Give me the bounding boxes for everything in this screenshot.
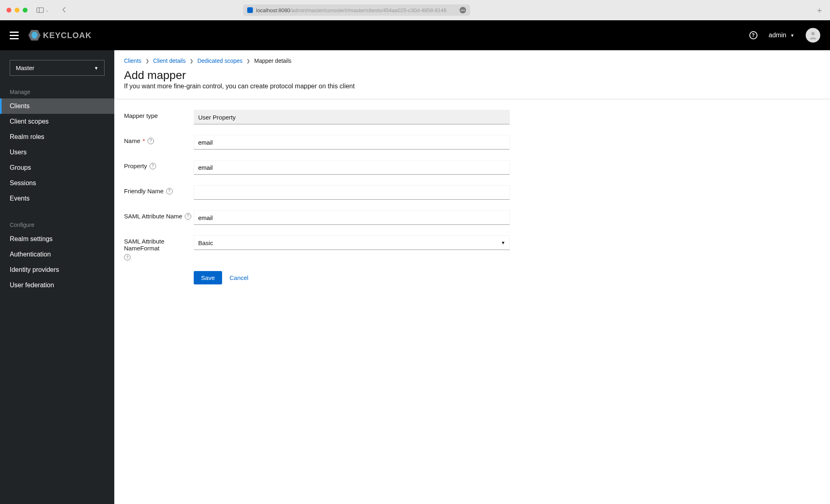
user-menu[interactable]: admin ▼ [769,32,794,39]
sidebar-item-identity-providers[interactable]: Identity providers [0,262,114,278]
brand-logo[interactable]: KEYCLOAK [28,30,92,41]
new-tab-button[interactable]: ＋ [815,5,824,16]
sidebar-item-sessions[interactable]: Sessions [0,175,114,191]
sidebar-section-label: Manage [0,85,114,98]
caret-down-icon: ▼ [94,66,98,70]
select-value: Basic [198,239,213,246]
sidebar-item-groups[interactable]: Groups [0,160,114,175]
property-input[interactable] [194,160,510,175]
browser-chrome: ⌄ localhost:8080/admin/master/console/#/… [0,0,830,20]
username-label: admin [769,32,787,39]
window-controls [6,8,28,13]
caret-down-icon: ▼ [501,240,505,245]
sidebar-toggle-button[interactable]: ⌄ [36,7,49,13]
help-icon[interactable]: ? [185,213,191,220]
help-icon[interactable]: ? [150,163,156,169]
page-title: Add mapper [114,67,830,82]
breadcrumb-current: Mapper details [254,58,291,64]
friendly-name-input[interactable] [194,185,510,200]
label-saml-attr-format: SAML Attribute NameFormat [124,238,194,252]
keycloak-logo-icon [28,30,41,41]
label-mapper-type: Mapper type [124,112,158,119]
window-close-button[interactable] [6,8,11,13]
mapper-form: Mapper type User Property Name * ? [114,99,520,295]
saml-attribute-name-input[interactable] [194,210,510,225]
caret-down-icon: ▼ [790,33,794,38]
realm-name: Master [16,64,34,71]
brand-name: KEYCLOAK [43,31,92,40]
label-saml-attr-name: SAML Attribute Name [124,213,182,220]
label-friendly-name: Friendly Name [124,188,164,194]
cancel-button[interactable]: Cancel [229,274,248,281]
sidebar-item-user-federation[interactable]: User federation [0,278,114,293]
sidebar-item-authentication[interactable]: Authentication [0,247,114,262]
svg-point-4 [811,32,815,35]
label-name: Name [124,137,140,144]
saml-attribute-format-select[interactable]: Basic ▼ [194,235,510,250]
required-indicator: * [143,137,145,144]
save-button[interactable]: Save [194,271,222,284]
breadcrumb-link-clients[interactable]: Clients [124,58,141,64]
sidebar-nav: Master ▼ Manage Clients Client scopes Re… [0,50,114,504]
chevron-down-icon: ⌄ [45,8,49,13]
breadcrumb: Clients ❯ Client details ❯ Dedicated sco… [114,50,830,67]
chevron-right-icon: ❯ [190,58,193,64]
nav-toggle-button[interactable] [10,32,19,39]
help-icon[interactable]: ? [166,188,173,194]
window-minimize-button[interactable] [15,8,19,13]
help-icon[interactable]: ? [148,138,154,144]
svg-rect-0 [37,8,44,13]
realm-selector[interactable]: Master ▼ [10,60,105,76]
more-icon[interactable]: ••• [460,7,466,13]
name-input[interactable] [194,135,510,149]
sidebar-item-realm-roles[interactable]: Realm roles [0,129,114,145]
sidebar-section-label: Configure [0,218,114,231]
sidebar-item-realm-settings[interactable]: Realm settings [0,231,114,247]
breadcrumb-link-client-details[interactable]: Client details [153,58,186,64]
sidebar-item-clients[interactable]: Clients [0,98,114,114]
label-property: Property [124,162,147,169]
browser-back-button[interactable] [61,6,68,14]
help-icon[interactable]: ? [124,254,130,261]
mapper-type-field: User Property [194,110,510,124]
site-favicon-icon [247,7,253,13]
page-subtitle: If you want more fine-grain control, you… [114,82,830,99]
main-content: Clients ❯ Client details ❯ Dedicated sco… [114,50,830,504]
breadcrumb-link-dedicated-scopes[interactable]: Dedicated scopes [197,58,242,64]
address-bar[interactable]: localhost:8080/admin/master/console/#/ma… [243,4,470,16]
help-button[interactable]: ? [749,31,757,39]
url-text: localhost:8080/admin/master/console/#/ma… [256,7,447,13]
window-zoom-button[interactable] [23,8,28,13]
sidebar-item-users[interactable]: Users [0,145,114,160]
user-avatar[interactable] [806,28,820,43]
chevron-right-icon: ❯ [145,58,149,64]
sidebar-item-events[interactable]: Events [0,191,114,206]
chevron-right-icon: ❯ [246,58,250,64]
app-header: KEYCLOAK ? admin ▼ [0,20,830,50]
sidebar-item-client-scopes[interactable]: Client scopes [0,114,114,129]
